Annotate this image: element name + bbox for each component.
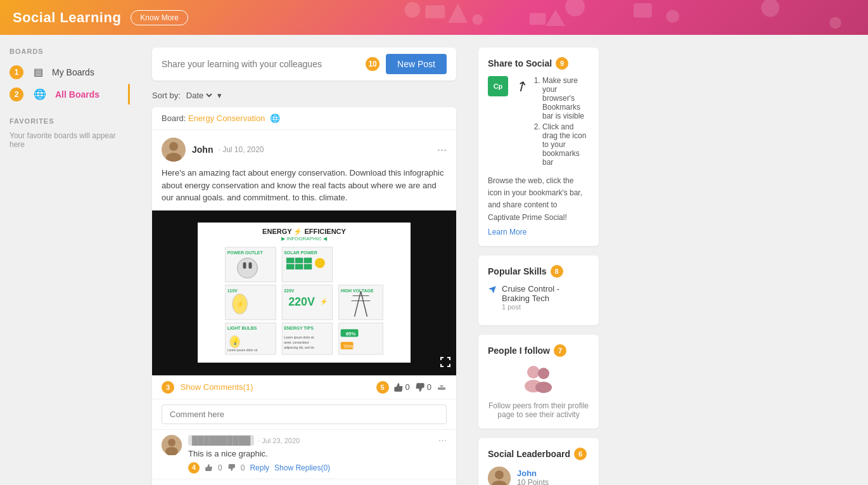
go-to-board-section: Go to Board ›	[152, 479, 456, 486]
dislike-count: 0	[427, 382, 431, 392]
svg-text:⚡: ⚡	[236, 300, 245, 308]
share-social-badge: 9	[556, 57, 568, 70]
svg-point-3	[666, 10, 679, 23]
leaderboard-points: 10 Points	[517, 478, 549, 485]
share-step-1: Make sure your browser's Bookmarks bar i…	[542, 76, 589, 120]
popular-skills-badge: 8	[551, 265, 563, 278]
globe-icon: 🌐	[270, 113, 280, 123]
svg-text:adipiscing elit, sed do: adipiscing elit, sed do	[284, 346, 314, 349]
all-boards-badge: 2	[10, 87, 23, 101]
share-to-social-title: Share to Social 9	[488, 57, 589, 70]
sidebar: BOARDS 1 ▤ My Boards 2 🌐 All Boards FAVO…	[0, 35, 139, 485]
main-content: 10 New Post Sort by: Date ▾ Board: Energ…	[139, 35, 469, 485]
share-input[interactable]	[162, 59, 366, 69]
people-i-follow-section: People I follow 7 Follow peers from thei…	[478, 335, 599, 429]
comment-item: ██████████ · Jul 23, 2020 ··· This is a …	[152, 429, 456, 479]
post-input-area: 10 New Post	[152, 48, 456, 81]
svg-point-16	[238, 258, 258, 278]
my-boards-badge: 1	[10, 65, 23, 79]
fullscreen-icon[interactable]	[440, 356, 451, 370]
post-date: · Jul 10, 2020	[218, 145, 264, 154]
like-count: 0	[405, 382, 410, 392]
comment-actions: 4 0 0 Reply Show Replies(0)	[188, 462, 447, 474]
infographic-svg: POWER OUTLET SOLAR POWER	[222, 244, 386, 358]
leaderboard-item: John 10 Points	[488, 467, 589, 485]
svg-point-60	[527, 366, 540, 378]
share-step-2: Click and drag the icon to your bookmark…	[542, 122, 589, 167]
popular-skills-section: Popular Skills 8 Cruise Control - Brakin…	[478, 255, 599, 325]
svg-rect-26	[304, 264, 312, 269]
infographic-title: ENERGY ⚡ EFFICIENCY	[262, 228, 346, 236]
comment-body: ██████████ · Jul 23, 2020 ··· This is a …	[188, 435, 447, 474]
svg-point-62	[538, 368, 549, 379]
comment-author-name: ██████████	[188, 435, 254, 446]
sort-label: Sort by:	[152, 91, 181, 100]
svg-text:HIGH VOLTAGE: HIGH VOLTAGE	[341, 288, 374, 293]
svg-point-0	[404, 2, 420, 18]
svg-text:220V: 220V	[288, 295, 315, 308]
reply-button[interactable]: Reply	[250, 463, 269, 472]
skill-icon	[488, 285, 497, 296]
infographic-content: ENERGY ⚡ EFFICIENCY ▶ INFOGRAPHIC ◀ POWE…	[198, 223, 411, 363]
comment-dislike-count: 0	[241, 463, 245, 472]
skill-info: Cruise Control - Braking Tech 1 post	[502, 284, 589, 311]
post-card: Board: Energy Conservation 🌐 John · Jul …	[152, 107, 456, 485]
svg-rect-24	[286, 264, 294, 269]
new-post-button[interactable]: New Post	[386, 54, 447, 74]
post-author-name: John	[192, 145, 213, 155]
people-i-follow-title: People I follow 7	[488, 344, 589, 357]
svg-marker-10	[546, 10, 565, 26]
my-boards-icon: ▤	[34, 66, 43, 78]
comment-like-count: 0	[218, 463, 222, 472]
people-follow-empty: Follow peers from their profile page to …	[488, 363, 589, 419]
comment-text: This is a nice graphic.	[188, 449, 447, 458]
comment-thumbs-down-icon	[227, 463, 236, 472]
svg-point-4	[761, 0, 779, 17]
svg-point-27	[315, 258, 325, 268]
comment-date: · Jul 23, 2020	[258, 437, 300, 444]
show-comments-badge: 3	[162, 381, 174, 394]
sidebar-item-all-boards[interactable]: 2 🌐 All Boards	[29, 84, 130, 105]
svg-rect-21	[286, 258, 294, 263]
new-post-badge: 10	[366, 57, 380, 71]
sort-chevron-icon: ▾	[217, 91, 222, 100]
post-actions: 3 Show Comments(1) 5 0 0	[152, 375, 456, 399]
svg-rect-52	[339, 323, 383, 354]
skill-item: Cruise Control - Braking Tech 1 post	[488, 284, 589, 311]
share-social-content-area: Cp ↗ Make sure your browser's Bookmarks …	[488, 76, 589, 169]
dislike-button[interactable]: 0	[415, 382, 431, 392]
show-comments-button[interactable]: 3 Show Comments(1)	[162, 381, 253, 394]
download-button[interactable]	[437, 381, 447, 393]
svg-text:70%: 70%	[343, 344, 354, 349]
learn-more-link[interactable]: Learn More	[488, 228, 589, 236]
svg-text:ENERGY TIPS: ENERGY TIPS	[284, 326, 314, 330]
comment-menu-button[interactable]: ···	[438, 435, 447, 446]
infographic-sub: ▶ INFOGRAPHIC ◀	[281, 236, 327, 242]
show-replies-button[interactable]: Show Replies(0)	[274, 463, 330, 472]
sort-select[interactable]: Date	[184, 90, 214, 101]
favorites-empty-text: Your favorite boards will appear here	[10, 131, 130, 149]
svg-rect-8	[634, 3, 652, 18]
svg-text:⚡: ⚡	[320, 297, 328, 306]
sidebar-item-my-boards[interactable]: 1 ▤ My Boards	[29, 61, 130, 82]
board-name-link[interactable]: Energy Conservation	[188, 113, 265, 123]
leaderboard-name: John	[517, 469, 549, 478]
sort-bar: Sort by: Date ▾	[152, 90, 456, 101]
share-arrow-logo: Cp ↗	[488, 76, 527, 96]
svg-text:POWER OUTLET: POWER OUTLET	[227, 250, 264, 255]
post-menu-button[interactable]: ···	[437, 143, 447, 157]
leaderboard-avatar	[488, 467, 511, 485]
know-more-button[interactable]: Know More	[131, 10, 188, 25]
post-header: John · Jul 10, 2020 ···	[152, 130, 456, 167]
svg-point-12	[169, 142, 178, 151]
svg-text:110V: 110V	[227, 288, 238, 293]
skill-name: Cruise Control - Braking Tech	[502, 284, 589, 303]
board-header: Board: Energy Conservation 🌐	[152, 107, 456, 130]
favorites-section: FAVORITES Your favorite boards will appe…	[10, 117, 130, 149]
post-author-avatar	[162, 138, 186, 162]
comment-thumbs-up-icon	[205, 463, 213, 472]
svg-text:amet, consectetur: amet, consectetur	[284, 341, 309, 344]
like-button[interactable]: 5 0	[376, 381, 410, 394]
comment-input[interactable]	[162, 404, 447, 424]
svg-text:LIGHT BULBS: LIGHT BULBS	[227, 326, 257, 330]
